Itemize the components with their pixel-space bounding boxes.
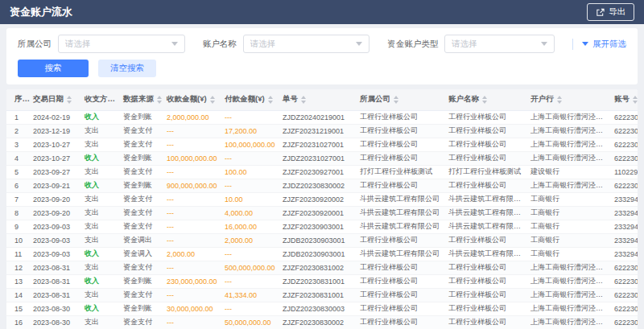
cell-pay-amount: --- [222, 151, 280, 165]
sort-icon[interactable] [482, 96, 487, 104]
cell-trade-date: 2023-10-27 [31, 138, 82, 151]
cell-pay-amount: 4,000.00 [222, 206, 280, 220]
sort-icon[interactable] [394, 96, 398, 104]
expand-filters-link[interactable]: 展开筛选 [572, 39, 626, 50]
cell-account-no: 6222301122334455 [612, 261, 638, 274]
sort-icon[interactable] [301, 96, 306, 104]
cell-account-no: 2332949900112233 [612, 233, 638, 247]
cell-company: 工程行业样板公司 [357, 138, 446, 151]
cell-company: 工程行业样板公司 [357, 302, 446, 315]
cell-receive-amount: --- [164, 124, 222, 138]
cell-index: 13 [6, 274, 31, 288]
column-header-pay-amount[interactable]: 付款金额(¥) [222, 89, 280, 110]
column-header-account-name[interactable]: 账户名称 [446, 89, 528, 110]
cell-index: 1 [6, 110, 31, 124]
cell-trade-date: 2023-09-03 [31, 233, 82, 247]
cell-trade-date: 2023-08-31 [31, 261, 82, 274]
cell-receive-amount: --- [164, 315, 222, 329]
cell-account-no: 6222301122334455 [612, 124, 638, 138]
cell-order-no: ZJZF20231027001 [280, 138, 357, 151]
column-label: 所属公司 [360, 94, 390, 103]
cell-bank: 上海工商银行漕河泾支行 [528, 274, 612, 288]
cell-account-name: 工程行业样板公司 [446, 261, 528, 274]
column-header-company[interactable]: 所属公司 [357, 89, 446, 110]
account-name-select-placeholder: 请选择 [250, 39, 276, 50]
cell-trade-date: 2023-08-30 [31, 302, 82, 315]
cell-data-source: 资金到账 [121, 302, 164, 315]
cell-company: 工程行业样板公司 [357, 288, 446, 302]
cell-data-source: 资金支付 [121, 220, 164, 233]
column-header-account-no[interactable]: 账号 [612, 89, 638, 110]
cell-account-name: 工程行业样板公司 [446, 110, 528, 124]
table-row: 112023-09-03收入资金调入2,000.00---ZJDB2023090… [6, 247, 638, 261]
cell-account-no: 6222301122334455 [612, 288, 638, 302]
cell-direction: 收入 [82, 302, 121, 315]
column-label: 序号 [14, 94, 30, 103]
cell-receive-amount: --- [164, 192, 222, 206]
cell-direction: 收入 [82, 247, 121, 261]
cell-data-source: 资金支付 [121, 124, 164, 138]
column-header-bank[interactable]: 开户行 [528, 89, 612, 110]
transactions-table-card: 序号交易日期收支方向数据来源收款金额(¥)付款金额(¥)单号所属公司账户名称开户… [6, 89, 638, 329]
company-select[interactable]: 请选择 [58, 35, 185, 53]
cell-index: 9 [6, 220, 31, 233]
table-row: 152023-08-30收入资金到账30,000,000.00---ZJDZ20… [6, 302, 638, 315]
cell-account-name: 工程行业样板公司 [446, 302, 528, 315]
cell-index: 2 [6, 124, 31, 138]
sort-icon[interactable] [210, 96, 215, 104]
column-header-data-source[interactable]: 数据来源 [121, 89, 164, 110]
cell-receive-amount: 2,000,000.00 [164, 110, 222, 124]
cell-receive-amount: --- [164, 233, 222, 247]
cell-data-source: 资金到账 [121, 179, 164, 192]
table-row: 12024-02-19收入资金到账2,000,000.00---ZJDZ2024… [6, 110, 638, 124]
table-row: 132023-08-31收入资金到账230,000,000.00---ZJDZ2… [6, 274, 638, 288]
cell-pay-amount: 500,000,000.00 [222, 261, 280, 274]
column-header-order-no[interactable]: 单号 [280, 89, 357, 110]
cell-direction: 支出 [82, 165, 121, 179]
table-row: 22023-12-19支出资金支付---17,200.00ZJZF2023121… [6, 124, 638, 138]
cell-account-name: 工程行业样板公司 [446, 315, 528, 329]
account-type-select-placeholder: 请选择 [452, 39, 477, 50]
cell-company: 斗拱云建筑工程有限公司 [357, 247, 446, 261]
cell-trade-date: 2023-09-27 [31, 165, 82, 179]
column-header-direction[interactable]: 收支方向 [82, 89, 121, 110]
cell-bank: 建设银行 [528, 165, 612, 179]
cell-direction: 支出 [82, 124, 121, 138]
search-button[interactable]: 搜索 [18, 60, 89, 77]
cell-index: 8 [6, 206, 31, 220]
column-label: 付款金额(¥) [225, 94, 265, 103]
cell-trade-date: 2023-09-03 [31, 220, 82, 233]
sort-icon[interactable] [157, 96, 162, 104]
sort-icon[interactable] [268, 96, 273, 104]
column-label: 数据来源 [123, 94, 154, 103]
account-name-select[interactable]: 请选择 [243, 35, 370, 53]
clear-search-button[interactable]: 清空搜索 [98, 60, 156, 77]
cell-trade-date: 2023-08-31 [31, 274, 82, 288]
sort-icon[interactable] [633, 96, 638, 104]
cell-trade-date: 2023-09-03 [31, 247, 82, 261]
column-header-receive-amount[interactable]: 收款金额(¥) [164, 89, 222, 110]
column-label: 单号 [283, 94, 298, 103]
column-header-trade-date[interactable]: 交易日期 [31, 89, 82, 110]
sort-icon[interactable] [118, 96, 121, 104]
sort-icon[interactable] [557, 96, 562, 104]
export-button[interactable]: 导出 [587, 3, 634, 21]
cell-account-no: 6222301122334455 [612, 138, 638, 151]
cell-data-source: 资金支付 [121, 165, 164, 179]
cell-account-no: 6222301122334455 [612, 110, 638, 124]
cell-bank: 上海工商银行漕河泾支行 [528, 179, 612, 192]
cell-receive-amount: --- [164, 220, 222, 233]
cell-direction: 支出 [82, 288, 121, 302]
cell-bank: 上海工商银行漕河泾支行 [528, 151, 612, 165]
cell-index: 10 [6, 233, 31, 247]
cell-company: 工程行业样板公司 [357, 124, 446, 138]
cell-company: 工程行业样板公司 [357, 233, 446, 247]
table-header: 序号交易日期收支方向数据来源收款金额(¥)付款金额(¥)单号所属公司账户名称开户… [6, 89, 638, 110]
cell-receive-amount: --- [164, 206, 222, 220]
table-row: 82023-09-20支出资金支付---4,000.00ZJZF20230920… [6, 206, 638, 220]
cell-order-no: ZJDZ20230831001 [280, 274, 357, 288]
cell-receive-amount: --- [164, 288, 222, 302]
sort-icon[interactable] [67, 96, 72, 104]
account-type-select[interactable]: 请选择 [444, 35, 555, 53]
cell-data-source: 资金支付 [121, 288, 164, 302]
